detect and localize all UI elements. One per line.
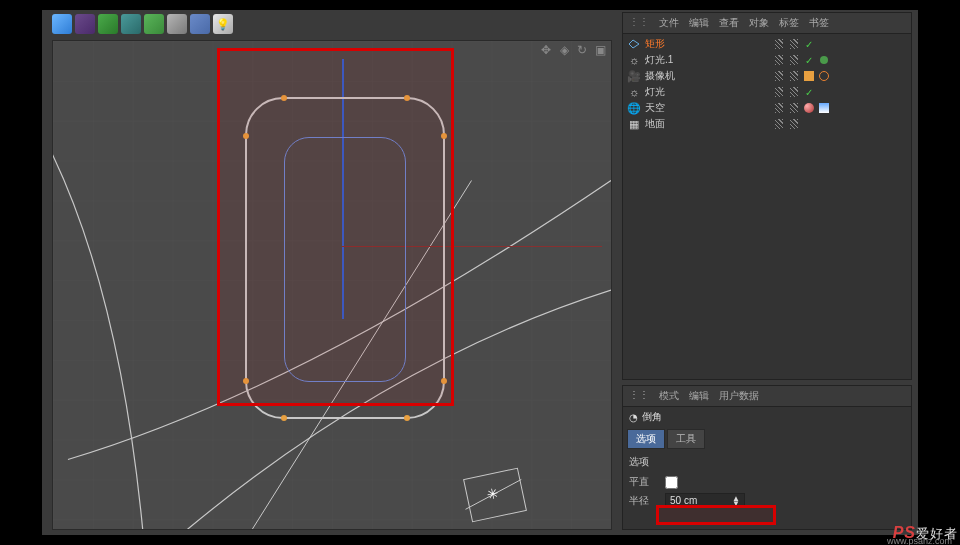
generator-icon[interactable]	[144, 14, 164, 34]
spline-point[interactable]	[281, 415, 287, 421]
attribute-tabs: 选项 工具	[623, 427, 911, 451]
floor-obj-icon: ▦	[627, 117, 641, 131]
object-row-light1[interactable]: ☼ 灯光.1 ✓	[623, 52, 911, 68]
menu-file[interactable]: 文件	[659, 16, 679, 30]
annotation-highlight-rect	[217, 48, 454, 406]
light-obj-icon: ☼	[627, 53, 641, 67]
attr-menu-userdata[interactable]: 用户数据	[719, 389, 759, 403]
spline-pen-icon[interactable]	[75, 14, 95, 34]
flat-checkbox[interactable]	[665, 476, 678, 489]
camera-obj-icon: 🎥	[627, 69, 641, 83]
menu-edit[interactable]: 编辑	[689, 16, 709, 30]
object-row-floor[interactable]: ▦ 地面	[623, 116, 911, 132]
section-options: 选项	[623, 451, 911, 473]
spline-rect-icon	[627, 37, 641, 51]
light-icon[interactable]: 💡	[213, 14, 233, 34]
object-manager: ⋮⋮ 文件 编辑 查看 对象 标签 书签 矩形 ✓ ☼ 灯光.1 ✓ 🎥 摄像机	[622, 12, 912, 380]
deformer-icon[interactable]	[98, 14, 118, 34]
camera-icon[interactable]	[167, 14, 187, 34]
object-manager-menu: ⋮⋮ 文件 编辑 查看 对象 标签 书签	[623, 13, 911, 34]
menu-object[interactable]: 对象	[749, 16, 769, 30]
tab-tool[interactable]: 工具	[667, 429, 705, 449]
primitive-icon[interactable]	[52, 14, 72, 34]
attr-menu-edit[interactable]: 编辑	[689, 389, 709, 403]
watermark-url: www.psahz.com	[887, 536, 952, 545]
menu-handle-icon[interactable]: ⋮⋮	[629, 16, 649, 30]
light-obj-icon: ☼	[627, 85, 641, 99]
check-icon[interactable]: ✓	[803, 38, 815, 50]
sky-obj-icon: 🌐	[627, 101, 641, 115]
chamfer-icon: ◔	[629, 412, 638, 423]
object-row-camera[interactable]: 🎥 摄像机	[623, 68, 911, 84]
menu-bookmarks[interactable]: 书签	[809, 16, 829, 30]
attribute-title: ◔ 倒角	[623, 407, 911, 427]
object-row-rectangle[interactable]: 矩形 ✓	[623, 36, 911, 52]
object-list: 矩形 ✓ ☼ 灯光.1 ✓ 🎥 摄像机 ☼ 灯光 ✓ 🌐 天空	[623, 34, 911, 134]
array-icon[interactable]	[121, 14, 141, 34]
annotation-highlight-radius	[656, 505, 776, 525]
main-toolbar: 💡	[52, 14, 233, 34]
menu-tags[interactable]: 标签	[779, 16, 799, 30]
environment-icon[interactable]	[190, 14, 210, 34]
object-row-sky[interactable]: 🌐 天空	[623, 100, 911, 116]
field-flat: 平直	[623, 473, 911, 491]
menu-view[interactable]: 查看	[719, 16, 739, 30]
tab-options[interactable]: 选项	[627, 429, 665, 449]
spinner-icon[interactable]: ▲▼	[732, 496, 740, 506]
attr-menu-mode[interactable]: 模式	[659, 389, 679, 403]
spline-point[interactable]	[404, 415, 410, 421]
object-row-light[interactable]: ☼ 灯光 ✓	[623, 84, 911, 100]
attribute-menu: ⋮⋮ 模式 编辑 用户数据	[623, 386, 911, 407]
menu-handle-icon[interactable]: ⋮⋮	[629, 389, 649, 403]
